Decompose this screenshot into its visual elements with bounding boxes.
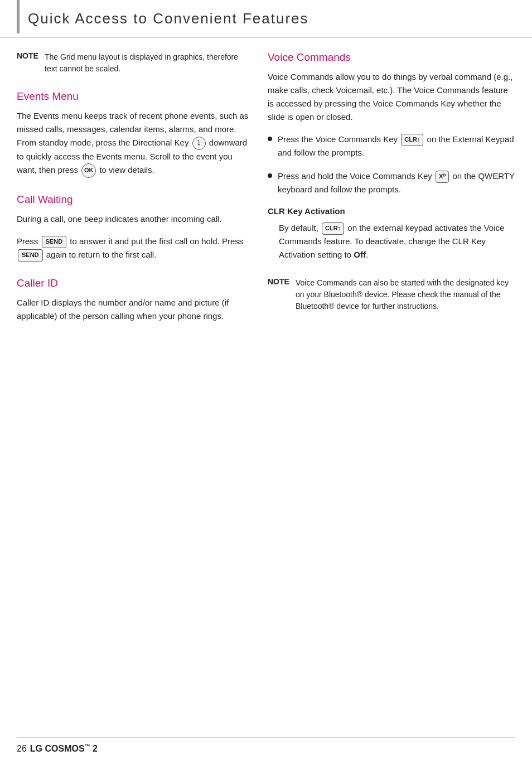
page-header: Quick Access to Convenient Features [0, 0, 532, 38]
caller-id-heading: Caller ID [17, 277, 251, 289]
footer-model: 2 [93, 744, 98, 753]
directional-key-icon: ⤵ [192, 137, 206, 150]
right-column: Voice Commands Voice Commands allow you … [268, 51, 515, 338]
footer-trademark: ™ [85, 743, 90, 749]
footer-brand-name: LG COSMOS [30, 744, 85, 753]
events-menu-heading: Events Menu [17, 90, 251, 103]
footer-page-number: 26 [17, 744, 27, 754]
note-label: NOTE [17, 51, 40, 75]
left-column: NOTE The Grid menu layout is displayed i… [17, 51, 251, 338]
events-menu-body: The Events menu keeps track of recent ph… [17, 109, 251, 178]
call-waiting-body2: Press SEND to answer it and put the firs… [17, 235, 251, 262]
call-waiting-section: Call Waiting During a call, one beep ind… [17, 193, 251, 262]
note-text: The Grid menu layout is displayed in gra… [45, 51, 251, 75]
voice-commands-intro: Voice Commands allow you to do things by… [268, 70, 515, 124]
page-title: Quick Access to Convenient Features [28, 10, 515, 27]
caller-id-section: Caller ID Caller ID displays the number … [17, 277, 251, 323]
content-area: NOTE The Grid menu layout is displayed i… [0, 51, 532, 338]
caller-id-body: Caller ID displays the number and/or nam… [17, 296, 251, 323]
page-container: Quick Access to Convenient Features NOTE… [0, 0, 532, 765]
clr-key-icon-1: CLR↑ [401, 134, 423, 146]
send-key-icon-2: SEND [18, 249, 43, 262]
voice-commands-section: Voice Commands Voice Commands allow you … [268, 51, 515, 262]
call-waiting-body1: During a call, one beep indicates anothe… [17, 212, 251, 226]
events-menu-section: Events Menu The Events menu keeps track … [17, 90, 251, 178]
voice-commands-note: NOTE Voice Commands can also be started … [268, 277, 515, 312]
voice-commands-heading: Voice Commands [268, 51, 515, 64]
clr-activation-section: CLR Key Activation By default, CLR↑ on t… [268, 206, 515, 262]
voice-commands-bullets: Press the Voice Commands Key CLR↑ on the… [268, 133, 515, 196]
send-key-icon-1: SEND [42, 236, 67, 248]
clr-activation-body: By default, CLR↑ on the external keypad … [279, 221, 515, 262]
bullet-item-2: Press and hold the Voice Commands Key Xᴰ… [268, 170, 515, 196]
clr-key-icon-2: CLR↑ [322, 222, 344, 235]
grid-menu-note: NOTE The Grid menu layout is displayed i… [17, 51, 251, 75]
ok-key-icon: OK [81, 163, 96, 178]
bullet-dot-1 [268, 137, 272, 141]
footer-brand: LG COSMOS™ 2 [30, 743, 98, 754]
page-footer: 26 LG COSMOS™ 2 [17, 737, 515, 754]
call-waiting-heading: Call Waiting [17, 193, 251, 206]
voice-note-text: Voice Commands can also be started with … [296, 277, 515, 312]
bullet-text-2: Press and hold the Voice Commands Key Xᴰ… [278, 170, 515, 196]
bullet-text-1: Press the Voice Commands Key CLR↑ on the… [278, 133, 515, 159]
bullet-dot-2 [268, 173, 272, 178]
x-key-icon: Xᴰ [436, 171, 449, 183]
bullet-item-1: Press the Voice Commands Key CLR↑ on the… [268, 133, 515, 159]
clr-activation-heading: CLR Key Activation [268, 206, 515, 216]
voice-note-label: NOTE [268, 277, 291, 312]
left-accent-bar [17, 0, 20, 33]
